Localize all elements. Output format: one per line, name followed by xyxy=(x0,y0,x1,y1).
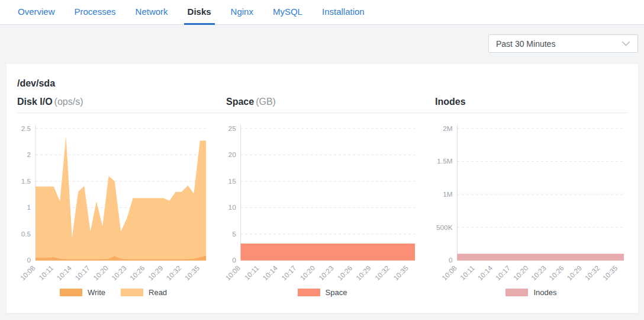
chart-title-text: Disk I/O xyxy=(17,97,53,107)
legend-item-write: Write xyxy=(60,288,105,297)
disk-io-plot: 00.511.522.510:0810:1110:1410:1710:2010:… xyxy=(17,121,210,288)
tab-network[interactable]: Network xyxy=(132,0,172,25)
x-axis-label: 10:29 xyxy=(565,264,584,282)
x-axis-label: 10:29 xyxy=(355,264,373,282)
legend-label: Inodes xyxy=(533,288,556,297)
y-axis-label: 1.5 xyxy=(21,177,31,185)
x-axis-label: 10:17 xyxy=(280,264,298,282)
space-legend: Space xyxy=(226,288,418,297)
x-axis-label: 10:32 xyxy=(583,264,601,282)
x-axis-label: 10:29 xyxy=(146,264,165,282)
tab-mysql[interactable]: MySQL xyxy=(269,0,306,25)
series-area-inodes xyxy=(457,254,624,260)
x-axis-label: 10:08 xyxy=(226,264,242,282)
time-range-value: Past 30 Minutes xyxy=(496,39,555,49)
x-axis-label: 10:11 xyxy=(243,264,260,281)
disk-panel: /dev/sda Disk I/O(ops/s) Space(GB) Inode… xyxy=(7,64,638,313)
y-axis-label: 1M xyxy=(443,190,452,199)
legend-label: Read xyxy=(149,288,167,297)
series-area-read xyxy=(36,136,206,260)
y-axis-label: 0 xyxy=(232,256,236,264)
y-axis-label: 10 xyxy=(228,203,237,212)
tab-processes[interactable]: Processes xyxy=(71,0,120,25)
inodes-chart: 0500K1M1.5M2M10:0810:1110:1410:1710:2010… xyxy=(435,121,627,297)
chart-title-text: Space xyxy=(226,97,254,107)
y-axis-label: 500K xyxy=(436,223,453,232)
disk-io-legend: WriteRead xyxy=(17,288,210,297)
legend-swatch xyxy=(505,289,528,296)
chart-title-space: Space(GB) xyxy=(226,97,418,107)
inodes-plot: 0500K1M1.5M2M10:0810:1110:1410:1710:2010… xyxy=(435,121,627,288)
inodes-legend: Inodes xyxy=(435,288,627,297)
chart-unit: (GB) xyxy=(256,97,276,107)
x-axis-label: 10:17 xyxy=(494,264,512,282)
x-axis-label: 10:20 xyxy=(92,264,110,282)
chevron-down-icon xyxy=(622,41,630,46)
chart-title-inodes: Inodes xyxy=(435,97,627,107)
space-plot: 051015202510:0810:1110:1410:1710:2010:23… xyxy=(226,121,418,288)
x-axis-label: 10:26 xyxy=(336,264,354,282)
tab-bar: Overview Processes Network Disks Nginx M… xyxy=(0,0,644,25)
y-axis-label: 0 xyxy=(449,256,453,264)
y-axis-label: 1 xyxy=(27,203,31,212)
panel-title: /dev/sda xyxy=(17,78,627,89)
legend-swatch xyxy=(60,289,82,296)
disk-io-chart: 00.511.522.510:0810:1110:1410:1710:2010:… xyxy=(17,121,210,297)
x-axis-label: 10:35 xyxy=(183,264,201,282)
legend-label: Space xyxy=(326,288,347,297)
tab-disks[interactable]: Disks xyxy=(184,0,215,25)
x-axis-label: 10:26 xyxy=(548,264,566,282)
y-axis-label: 2M xyxy=(443,124,452,133)
y-axis-label: 0 xyxy=(27,256,31,264)
x-axis-label: 10:14 xyxy=(55,264,73,282)
y-axis-label: 20 xyxy=(228,151,237,159)
tab-nginx[interactable]: Nginx xyxy=(227,0,257,25)
x-axis-label: 10:14 xyxy=(261,264,279,282)
x-axis-label: 10:26 xyxy=(128,264,147,282)
x-axis-label: 10:20 xyxy=(511,264,530,282)
x-axis-label: 10:35 xyxy=(392,264,410,282)
y-axis-label: 0.5 xyxy=(21,230,31,238)
chart-unit: (ops/s) xyxy=(54,97,83,107)
space-chart: 051015202510:0810:1110:1410:1710:2010:23… xyxy=(226,121,418,297)
x-axis-label: 10:35 xyxy=(601,264,619,282)
y-axis-label: 25 xyxy=(228,124,237,133)
legend-item-read: Read xyxy=(121,288,167,297)
x-axis-label: 10:23 xyxy=(317,264,336,282)
x-axis-label: 10:20 xyxy=(298,264,317,282)
legend-label: Write xyxy=(88,288,105,297)
chart-titles-row: Disk I/O(ops/s) Space(GB) Inodes xyxy=(17,97,627,113)
x-axis-label: 10:08 xyxy=(18,264,37,282)
x-axis-label: 10:23 xyxy=(110,264,128,282)
legend-item-space: Space xyxy=(298,288,347,297)
legend-swatch xyxy=(298,289,320,296)
controls-row: Past 30 Minutes xyxy=(0,25,644,53)
charts-row: 00.511.522.510:0810:1110:1410:1710:2010:… xyxy=(17,121,627,297)
legend-swatch xyxy=(121,289,143,296)
x-axis-label: 10:14 xyxy=(476,264,494,282)
x-axis-label: 10:32 xyxy=(373,264,391,282)
x-axis-label: 10:17 xyxy=(73,264,92,282)
tab-installation[interactable]: Installation xyxy=(318,0,368,25)
x-axis-label: 10:08 xyxy=(440,264,459,282)
x-axis-label: 10:32 xyxy=(165,264,183,282)
y-axis-label: 1.5M xyxy=(437,157,452,165)
x-axis-label: 10:23 xyxy=(530,264,548,282)
y-axis-label: 15 xyxy=(228,177,237,185)
legend-item-inodes: Inodes xyxy=(505,288,556,297)
tab-overview[interactable]: Overview xyxy=(14,0,59,25)
x-axis-label: 10:11 xyxy=(37,264,55,281)
y-axis-label: 5 xyxy=(232,230,236,238)
chart-title-text: Inodes xyxy=(435,97,466,107)
series-area-space xyxy=(241,244,415,260)
y-axis-label: 2.5 xyxy=(21,124,31,133)
chart-title-disk-io: Disk I/O(ops/s) xyxy=(17,97,210,107)
time-range-select[interactable]: Past 30 Minutes xyxy=(488,34,638,53)
y-axis-label: 2 xyxy=(27,151,31,159)
x-axis-label: 10:11 xyxy=(459,264,476,281)
